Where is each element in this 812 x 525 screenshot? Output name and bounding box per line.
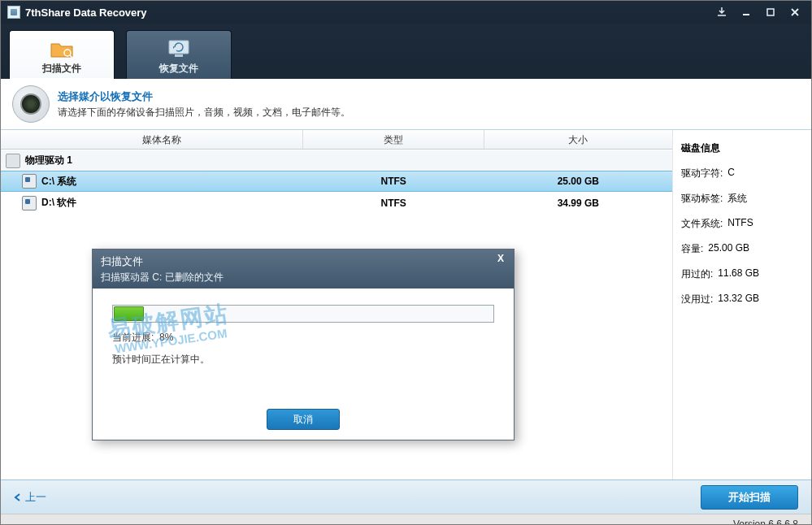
- col-header-type[interactable]: 类型: [303, 130, 484, 149]
- svg-rect-3: [175, 54, 183, 57]
- drive-name: C:\ 系统: [41, 175, 76, 189]
- tab-scan[interactable]: 扫描文件: [9, 30, 115, 79]
- drive-group-row[interactable]: 物理驱动 1: [1, 150, 672, 171]
- cancel-button[interactable]: 取消: [267, 409, 340, 430]
- version-label: Version 6.6.6.8: [733, 518, 798, 526]
- drive-row[interactable]: D:\ 软件 NTFS 34.99 GB: [1, 192, 672, 213]
- version-strip: Version 6.6.6.8: [1, 514, 811, 525]
- v-letter: C: [727, 167, 735, 180]
- drive-group-label: 物理驱动 1: [25, 154, 72, 167]
- table-header: 媒体名称 类型 大小: [1, 130, 672, 150]
- back-button[interactable]: 上一: [14, 490, 46, 505]
- start-scan-button[interactable]: 开始扫描: [701, 485, 798, 510]
- arrow-left-icon: [14, 493, 22, 501]
- scan-progress-dialog: 扫描文件 扫描驱动器 C: 已删除的文件 X 当前进展: 8% 预计时间正在计算…: [92, 249, 515, 440]
- svg-rect-0: [767, 9, 774, 15]
- monitor-recover-icon: [167, 38, 191, 59]
- k-letter: 驱动字符:: [681, 167, 723, 180]
- eta-label: 预计时间正在计算中。: [112, 353, 494, 367]
- title-bar: 7thShare Data Recovery: [1, 1, 811, 24]
- v-label: 系统: [727, 192, 747, 206]
- drive-row[interactable]: C:\ 系统 NTFS 25.00 GB: [1, 171, 672, 192]
- close-icon[interactable]: [784, 5, 806, 20]
- volume-icon: [22, 196, 37, 210]
- disk-info-pane: 磁盘信息 驱动字符:C 驱动标签:系统 文件系统:NTFS 容量:25.00 G…: [673, 130, 811, 479]
- v-used: 11.68 GB: [718, 267, 759, 281]
- tab-strip: 扫描文件 恢复文件: [1, 24, 811, 79]
- drive-size: 34.99 GB: [484, 197, 672, 209]
- camera-lens-icon: [12, 85, 50, 123]
- v-fs: NTFS: [727, 217, 753, 231]
- physical-drive-icon: [6, 154, 20, 168]
- v-free: 13.32 GB: [718, 293, 759, 306]
- start-scan-label: 开始扫描: [728, 490, 771, 505]
- progress-label-prefix: 当前进展:: [112, 332, 154, 343]
- progress-label-value: 8%: [159, 332, 173, 343]
- footer-bar: 上一 开始扫描: [1, 479, 811, 514]
- info-subtext: 请选择下面的存储设备扫描照片，音频，视频，文档，电子邮件等。: [58, 106, 350, 119]
- drive-type: NTFS: [303, 197, 484, 209]
- window-controls: [710, 5, 806, 20]
- tab-recover-label: 恢复文件: [159, 62, 198, 76]
- download-icon[interactable]: [710, 5, 733, 20]
- drive-type: NTFS: [303, 176, 484, 187]
- tab-recover[interactable]: 恢复文件: [126, 30, 232, 79]
- volume-icon: [22, 174, 37, 189]
- k-fs: 文件系统:: [681, 217, 723, 231]
- progress-fill: [114, 306, 144, 321]
- tab-scan-label: 扫描文件: [42, 62, 81, 76]
- app-logo-icon: [7, 6, 20, 19]
- progress-bar: [112, 305, 494, 323]
- maximize-icon[interactable]: [759, 5, 782, 20]
- dialog-close-icon[interactable]: X: [493, 253, 509, 266]
- col-header-name[interactable]: 媒体名称: [1, 130, 303, 149]
- disk-info-heading: 磁盘信息: [681, 141, 803, 155]
- v-cap: 25.00 GB: [708, 242, 749, 256]
- folder-scan-icon: [50, 38, 74, 59]
- info-heading: 选择媒介以恢复文件: [58, 89, 350, 104]
- minimize-icon[interactable]: [735, 5, 758, 20]
- k-label: 驱动标签:: [681, 192, 723, 206]
- col-header-size[interactable]: 大小: [484, 130, 672, 149]
- k-free: 没用过:: [681, 293, 713, 306]
- k-used: 用过的:: [681, 267, 713, 281]
- back-label: 上一: [25, 490, 46, 505]
- dialog-subtitle: 扫描驱动器 C: 已删除的文件: [101, 271, 506, 284]
- info-strip: 选择媒介以恢复文件 请选择下面的存储设备扫描照片，音频，视频，文档，电子邮件等。: [1, 79, 811, 130]
- drive-name: D:\ 软件: [41, 196, 76, 210]
- k-cap: 容量:: [681, 242, 703, 256]
- drive-size: 25.00 GB: [484, 176, 672, 187]
- cancel-label: 取消: [293, 413, 313, 427]
- app-title: 7thShare Data Recovery: [25, 7, 147, 19]
- dialog-title: 扫描文件: [101, 254, 506, 269]
